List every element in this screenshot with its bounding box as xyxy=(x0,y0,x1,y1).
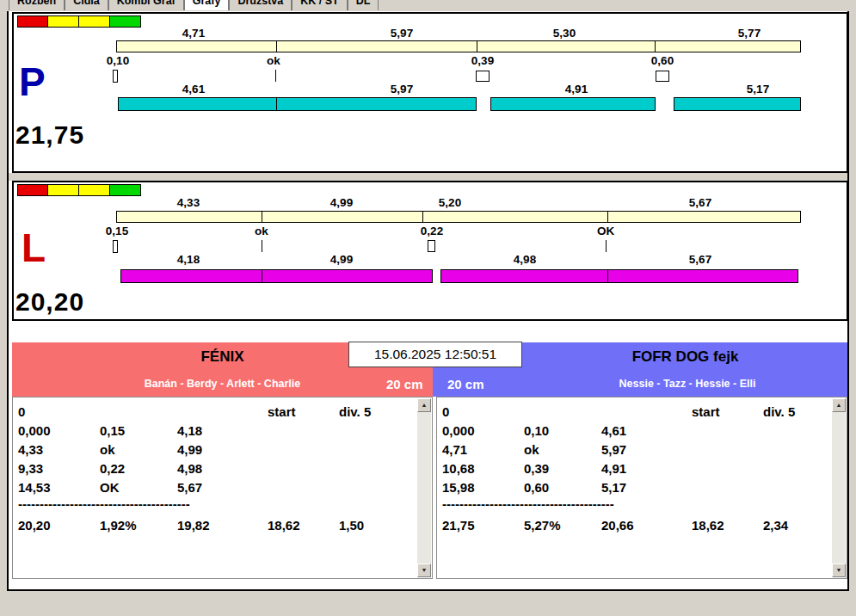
change-label: 0,15 xyxy=(106,225,128,237)
split-cell: 5,97 xyxy=(601,442,692,457)
change-label: ok xyxy=(267,54,280,67)
lane-letter: P xyxy=(19,62,46,102)
total-div-cell: 2,34 xyxy=(763,518,831,533)
height-category: 20 cm xyxy=(386,377,423,391)
scroll-up-button[interactable]: ▲ xyxy=(417,398,431,412)
div-col-label: div. 5 xyxy=(339,404,416,419)
results-table-left: 0 start div. 5 0,000 0,15 4,18 4,33 ok 4… xyxy=(12,397,433,579)
scroll-down-button[interactable]: ▼ xyxy=(417,564,431,577)
table-header-row: 0 start div. 5 xyxy=(437,402,831,421)
zero-cell: 0 xyxy=(442,404,524,419)
fault-checkbox[interactable] xyxy=(428,240,435,252)
total-net-cell: 19,82 xyxy=(177,518,268,533)
scrollbar[interactable]: ▲ ▼ xyxy=(417,398,431,577)
start-lights xyxy=(17,184,141,196)
ideal-time-bar xyxy=(116,40,801,52)
total-start-cell: 18,62 xyxy=(692,518,763,533)
ideal-split-label: 5,77 xyxy=(738,27,761,40)
bar-tick xyxy=(276,98,277,110)
ideal-split-label: 5,30 xyxy=(553,27,576,40)
ideal-split-label: 4,71 xyxy=(182,27,205,40)
table-row: 4,33 ok 4,99 xyxy=(13,440,416,459)
zero-cell: 0 xyxy=(18,404,100,419)
total-div-cell: 1,50 xyxy=(339,518,416,533)
status-light-yellow xyxy=(79,184,110,196)
tab-cidla[interactable]: Čidla xyxy=(65,0,108,10)
table-header-row: 0 start div. 5 xyxy=(13,402,416,421)
table-row: 14,53 OK 5,67 xyxy=(13,477,416,496)
start-lights xyxy=(17,15,141,28)
mark-cell: 0,22 xyxy=(100,461,177,476)
cum-cell: 4,33 xyxy=(18,442,100,457)
change-tick xyxy=(606,240,607,252)
run-bar-segment xyxy=(440,269,798,283)
down-arrow-icon: ▼ xyxy=(836,567,842,573)
tab-druzstva[interactable]: Družstva xyxy=(229,0,292,10)
status-light-yellow xyxy=(79,15,110,28)
cum-cell: 15,98 xyxy=(442,480,524,495)
table-row: 10,68 0,39 4,91 xyxy=(437,459,831,477)
run-split-label: 4,18 xyxy=(177,253,200,266)
split-cell: 4,18 xyxy=(177,423,268,438)
run-bar-segment xyxy=(120,269,433,283)
scroll-down-button[interactable]: ▼ xyxy=(832,564,846,577)
fault-checkbox[interactable] xyxy=(656,71,669,82)
mark-cell: 0,10 xyxy=(524,423,601,438)
bar-tick xyxy=(422,212,423,222)
change-label: 0,60 xyxy=(651,54,674,67)
bar-tick xyxy=(276,41,277,52)
height-category: 20 cm xyxy=(447,377,484,391)
status-light-yellow xyxy=(48,184,79,196)
panel-lane-p: 4,71 5,97 5,30 5,77 0,10 ok 0,39 0,60 4,… xyxy=(12,12,848,173)
panel-divider xyxy=(9,173,847,181)
up-arrow-icon: ▲ xyxy=(836,402,842,408)
lane-total-time: 21,75 xyxy=(15,120,84,150)
split-cell: 4,98 xyxy=(177,461,268,476)
table-row: 9,33 0,22 4,98 xyxy=(13,459,416,477)
results-table-right: 0 start div. 5 0,000 0,10 4,61 4,71 ok 5… xyxy=(436,397,847,579)
table-row: 4,71 ok 5,97 xyxy=(437,440,831,459)
mark-cell: ok xyxy=(524,442,601,457)
total-pct-cell: 5,27% xyxy=(524,518,601,533)
div-col-label: div. 5 xyxy=(763,404,831,419)
total-net-cell: 20,66 xyxy=(601,518,692,533)
total-time-cell: 20,20 xyxy=(18,518,100,533)
table-row: 0,000 0,15 4,18 xyxy=(13,421,416,440)
run-split-label: 5,17 xyxy=(747,83,769,95)
tab-kombi-graf[interactable]: Kombi Graf xyxy=(108,0,184,10)
run-bar-segment xyxy=(490,97,656,111)
tab-dl[interactable]: DL xyxy=(348,0,379,10)
ideal-split-label: 5,67 xyxy=(689,196,711,209)
fault-checkbox[interactable] xyxy=(476,71,490,82)
ideal-split-label: 4,99 xyxy=(330,196,353,209)
start-marker xyxy=(113,70,118,83)
tab-grafy[interactable]: Grafy xyxy=(184,0,230,10)
tab-rozbeh[interactable]: Rozbeh xyxy=(9,0,65,10)
cum-cell: 9,33 xyxy=(18,461,100,476)
mark-cell: ok xyxy=(100,442,177,457)
ideal-split-label: 5,20 xyxy=(439,196,461,209)
split-cell: 4,91 xyxy=(601,461,692,476)
team-dogs: Banán - Berdy - Arlett - Charlie xyxy=(12,378,433,390)
run-split-label: 5,67 xyxy=(689,253,711,266)
mark-cell: 0,15 xyxy=(100,423,177,438)
change-label: 0,39 xyxy=(471,54,494,67)
status-light-yellow xyxy=(48,15,79,28)
total-row: 21,75 5,27% 20,66 18,62 2,34 xyxy=(437,515,831,534)
table-row: 15,98 0,60 5,17 xyxy=(437,477,831,496)
bar-tick xyxy=(607,212,608,222)
scroll-up-button[interactable]: ▲ xyxy=(832,398,846,412)
results-rows: 0 start div. 5 0,000 0,10 4,61 4,71 ok 5… xyxy=(437,402,831,534)
team-dogs: Nessie - Tazz - Hessie - Elli xyxy=(433,378,847,390)
table-row: 0,000 0,10 4,61 xyxy=(437,421,831,440)
lane-total-time: 20,20 xyxy=(15,287,84,317)
cum-cell: 0,000 xyxy=(442,423,524,438)
run-split-label: 4,91 xyxy=(565,83,588,95)
total-row: 20,20 1,92% 19,82 18,62 1,50 xyxy=(13,515,416,534)
total-time-cell: 21,75 xyxy=(442,518,524,533)
status-light-red xyxy=(17,15,48,28)
scrollbar[interactable]: ▲ ▼ xyxy=(832,398,846,577)
tab-kk-st[interactable]: KK / ST xyxy=(292,0,347,10)
start-marker xyxy=(113,240,118,253)
bar-tick xyxy=(655,41,656,52)
